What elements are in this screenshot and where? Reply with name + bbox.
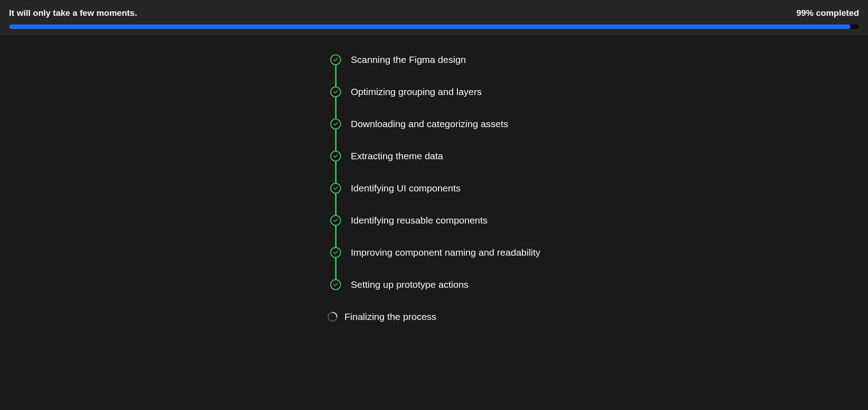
step-item: Identifying reusable components [330,215,574,226]
step-label: Identifying reusable components [351,215,488,226]
step-item: Downloading and categorizing assets [330,119,574,129]
spinner-icon [327,311,338,322]
check-circle-icon [330,279,341,290]
progress-bar-fill [9,24,850,29]
step-label: Finalizing the process [345,311,436,322]
step-label: Identifying UI components [351,183,461,194]
step-label: Optimizing grouping and layers [351,86,482,97]
step-label: Extracting theme data [351,151,443,162]
steps-timeline: Scanning the Figma designOptimizing grou… [330,54,574,322]
step-item: Setting up prototype actions [330,279,574,290]
check-circle-icon [330,215,341,226]
step-item: Finalizing the process [330,311,574,322]
step-item: Identifying UI components [330,183,574,194]
step-item: Extracting theme data [330,151,574,162]
header-title: It will only take a few moments. [9,8,137,18]
header-row: It will only take a few moments. 99% com… [9,8,859,18]
step-item: Scanning the Figma design [330,54,574,65]
check-circle-icon [330,183,341,194]
check-circle-icon [330,54,341,65]
check-circle-icon [330,86,341,97]
step-label: Downloading and categorizing assets [351,119,508,129]
check-circle-icon [330,247,341,258]
check-circle-icon [330,151,341,162]
step-item: Improving component naming and readabili… [330,247,574,258]
step-item: Optimizing grouping and layers [330,86,574,97]
progress-bar-track [9,24,859,29]
step-label: Setting up prototype actions [351,279,469,290]
progress-status-text: 99% completed [797,8,859,18]
progress-header: It will only take a few moments. 99% com… [0,0,868,35]
step-label: Improving component naming and readabili… [351,247,541,258]
check-circle-icon [330,119,341,129]
step-label: Scanning the Figma design [351,54,466,65]
main-content: Scanning the Figma designOptimizing grou… [0,35,868,322]
